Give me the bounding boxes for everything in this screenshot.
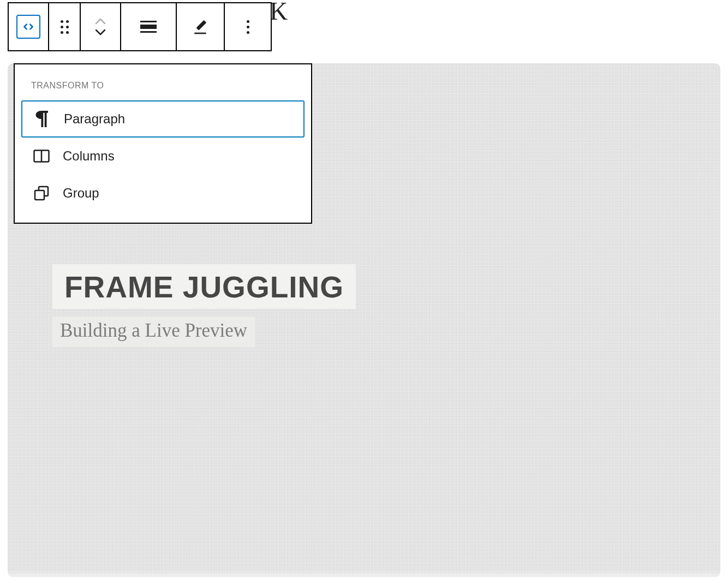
transform-to-group[interactable]: Group — [21, 175, 305, 212]
more-options-button[interactable] — [225, 3, 271, 50]
align-icon — [140, 21, 157, 33]
edit-button[interactable] — [177, 3, 225, 50]
menu-item-label: Columns — [63, 148, 115, 164]
menu-item-label: Group — [63, 186, 99, 201]
group-icon — [33, 185, 50, 201]
canvas-fade — [0, 570, 728, 585]
drag-handle[interactable] — [49, 3, 81, 50]
slide-subtitle: Building a Live Preview — [52, 317, 255, 347]
popover-title: Transform to — [15, 73, 311, 100]
move-up-button[interactable] — [94, 17, 106, 25]
move-down-button[interactable] — [94, 28, 106, 36]
more-icon — [247, 20, 249, 34]
stray-text-fragment: K — [270, 0, 288, 26]
svg-rect-0 — [196, 20, 206, 31]
pencil-icon — [192, 18, 209, 35]
menu-item-label: Paragraph — [64, 111, 125, 127]
block-toolbar — [8, 2, 272, 51]
html-icon — [16, 15, 40, 39]
move-arrows — [81, 3, 121, 50]
transform-to-paragraph[interactable]: Paragraph — [21, 100, 305, 138]
svg-rect-1 — [194, 33, 206, 34]
slide-title: FRAME JUGGLING — [52, 264, 356, 309]
paragraph-icon — [34, 111, 51, 127]
transform-to-columns[interactable]: Columns — [21, 138, 305, 175]
drag-handle-icon — [61, 20, 69, 34]
block-type-button[interactable] — [9, 3, 49, 50]
transform-popover: Transform to Paragraph Columns Group — [14, 63, 312, 224]
align-button[interactable] — [121, 3, 177, 50]
svg-rect-4 — [35, 190, 44, 200]
columns-icon — [33, 148, 50, 164]
